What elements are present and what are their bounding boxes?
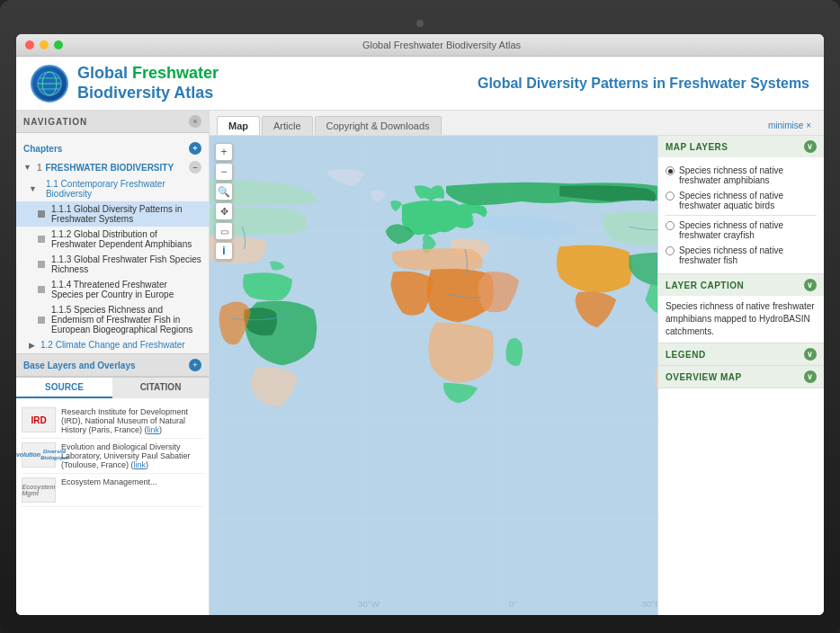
- logo-line1: Global Freshwater: [77, 64, 219, 84]
- layer-crayfish[interactable]: Species richness of native freshwater cr…: [666, 218, 817, 243]
- logo-icon: [31, 65, 68, 103]
- main-content: NAVIGATION × Chapters + ▼ 1 FRESHWATER B…: [16, 111, 824, 615]
- sidebar: NAVIGATION × Chapters + ▼ 1 FRESHWATER B…: [16, 111, 210, 615]
- map-area: Map Article Copyright & Downloads minimi…: [210, 111, 824, 615]
- tab-group: Map Article Copyright & Downloads: [217, 116, 442, 135]
- source-citation-tabs: SOURCE CITATION: [16, 377, 209, 398]
- legend-section: LEGEND ∨: [658, 343, 824, 366]
- svg-text:30°W: 30°W: [358, 600, 380, 610]
- divider-1: [666, 215, 817, 216]
- chapter-icon-1-1-4: [38, 286, 45, 293]
- app-container: Global Freshwater Biodiversity Atlas Glo…: [16, 57, 824, 615]
- map-layers-section: MAP LAYERS ∨ Species richness of native …: [658, 136, 824, 274]
- logo-area: Global Freshwater Biodiversity Atlas: [31, 64, 219, 103]
- source-tab[interactable]: SOURCE: [16, 378, 112, 398]
- chapter-icon-1-1-5: [38, 316, 45, 324]
- legend-expand-btn[interactable]: ∨: [804, 348, 817, 361]
- info-button[interactable]: i: [215, 242, 233, 260]
- chapter-item-1-1-2[interactable]: 1.1.2 Global Distribution of Freshwater …: [16, 227, 209, 252]
- chapter-item-1-1-3[interactable]: 1.1.3 Global Freshwater Fish Species Ric…: [16, 252, 209, 277]
- map-layers-expand-btn[interactable]: ∨: [804, 140, 817, 153]
- browser-title: Global Freshwater Biodiversity Atlas: [68, 40, 815, 50]
- chapter-label-1-1: 1.1 Contemporary Freshwater Biodiversity: [46, 179, 201, 199]
- map-tabs: Map Article Copyright & Downloads minimi…: [210, 111, 824, 136]
- source-logo-evolution: εEvolutionDiversité Biologique: [22, 442, 56, 468]
- tab-copyright[interactable]: Copyright & Downloads: [315, 116, 442, 135]
- chapter-item-1-2[interactable]: ▶ 1.2 Climate Change and Freshwater: [16, 337, 209, 350]
- overview-map-expand-btn[interactable]: ∨: [804, 370, 817, 383]
- citation-tab[interactable]: CITATION: [112, 378, 209, 398]
- chapter-label-1-1-5: 1.1.5 Species Richness and Endemism of F…: [51, 305, 201, 334]
- sidebar-nav-header: NAVIGATION ×: [16, 111, 209, 133]
- overview-map-section: OVERVIEW MAP ∨: [658, 366, 824, 388]
- chapter-item-1-1[interactable]: ▼ 1.1 Contemporary Freshwater Biodiversi…: [16, 176, 209, 201]
- chapter-label-1-1-4: 1.1.4 Threatened Freshwater Species per …: [51, 280, 201, 299]
- layer-caption-text: Species richness of native freshwater am…: [658, 296, 824, 343]
- svg-text:0°: 0°: [509, 600, 517, 610]
- source-link-ird[interactable]: link: [147, 425, 160, 434]
- source-content: IRD Research Institute for Development (…: [16, 398, 209, 615]
- legend-header: LEGEND ∨: [658, 343, 824, 365]
- minimize-button[interactable]: [40, 40, 49, 49]
- source-logo-ird: IRD: [22, 407, 56, 432]
- minimise-button[interactable]: minimise ×: [763, 119, 817, 132]
- select-button[interactable]: ▭: [215, 222, 233, 240]
- base-layers-header: Base Layers and Overlays +: [16, 353, 209, 377]
- chapter-item-1[interactable]: ▼ 1 FRESHWATER BIODIVERSITY –: [16, 158, 209, 176]
- tree-arrow-1-2: ▶: [29, 341, 35, 350]
- monitor-top: [16, 16, 824, 31]
- expand-icon-1[interactable]: –: [189, 161, 201, 174]
- map-layers-content: Species richness of native freshwater am…: [658, 157, 824, 273]
- layer-birds-label: Species richness of native freshwater aq…: [679, 191, 817, 210]
- layer-caption-header: LAYER CAPTION ∨: [658, 274, 824, 296]
- right-panel: MAP LAYERS ∨ Species richness of native …: [657, 136, 824, 615]
- search-button[interactable]: 🔍: [215, 183, 233, 201]
- sidebar-scroll[interactable]: Chapters + ▼ 1 FRESHWATER BIODIVERSITY –: [16, 133, 209, 350]
- app-header: Global Freshwater Biodiversity Atlas Glo…: [16, 57, 824, 111]
- source-link-evolution[interactable]: link: [134, 460, 147, 469]
- monitor-camera: [416, 20, 424, 27]
- zoom-out-button[interactable]: −: [215, 163, 233, 181]
- close-button[interactable]: [25, 40, 34, 49]
- source-logo-eco: Ecosystem Mgmt: [22, 477, 56, 503]
- chapter-label-1-2: 1.2 Climate Change and Freshwater: [40, 340, 185, 350]
- layer-amphibians[interactable]: Species richness of native freshwater am…: [666, 163, 817, 188]
- source-item-evolution: εEvolutionDiversité Biologique Evolution…: [22, 439, 203, 474]
- monitor-frame: Global Freshwater Biodiversity Atlas: [0, 0, 840, 633]
- world-map[interactable]: 0° 30°W 30°E 30°N 60°N 0° 30°S: [210, 136, 657, 615]
- source-text-ird: Research Institute for Development (IRD)…: [61, 407, 203, 434]
- chapter-label-1-1-2: 1.1.2 Global Distribution of Freshwater …: [51, 229, 201, 249]
- chapter-item-1-1-5[interactable]: 1.1.5 Species Richness and Endemism of F…: [16, 302, 209, 337]
- chapter-item-1-1-1[interactable]: 1.1.1 Global Diversity Patterns in Fresh…: [16, 201, 209, 227]
- overview-map-header: OVERVIEW MAP ∨: [658, 366, 824, 388]
- layer-birds[interactable]: Species richness of native freshwater aq…: [666, 188, 817, 213]
- browser-chrome: Global Freshwater Biodiversity Atlas: [16, 34, 824, 57]
- logo-line2: Biodiversity Atlas: [77, 84, 219, 103]
- radio-crayfish[interactable]: [666, 221, 675, 230]
- zoom-in-button[interactable]: +: [215, 143, 233, 161]
- radio-birds[interactable]: [666, 192, 675, 201]
- base-layers-expand-btn[interactable]: +: [189, 359, 201, 371]
- radio-fish[interactable]: [666, 246, 675, 255]
- navigation-label: NAVIGATION: [23, 117, 87, 127]
- navigation-close-button[interactable]: ×: [189, 115, 201, 128]
- map-controls: + − 🔍 ✥ ▭ i: [215, 143, 233, 260]
- tab-article[interactable]: Article: [262, 116, 313, 135]
- radio-amphibians[interactable]: [666, 166, 675, 175]
- fullscreen-button[interactable]: [54, 40, 63, 49]
- map-viewport[interactable]: + − 🔍 ✥ ▭ i: [210, 136, 824, 615]
- browser-window: Global Freshwater Biodiversity Atlas: [16, 34, 824, 615]
- layer-amphibians-label: Species richness of native freshwater am…: [679, 165, 817, 185]
- tree-arrow-1-1: ▼: [29, 184, 37, 193]
- chapter-icon-1-1-3: [38, 261, 45, 268]
- tree-arrow-1: ▼: [23, 163, 31, 172]
- svg-text:30°E: 30°E: [641, 600, 657, 610]
- chapters-expand-btn[interactable]: +: [189, 142, 201, 155]
- layer-fish[interactable]: Species richness of native freshwater fi…: [666, 243, 817, 268]
- legend-label: LEGEND: [666, 350, 706, 360]
- tab-map[interactable]: Map: [217, 116, 260, 135]
- base-layers-label: Base Layers and Overlays: [23, 361, 136, 370]
- layer-caption-expand-btn[interactable]: ∨: [804, 279, 817, 291]
- pan-button[interactable]: ✥: [215, 202, 233, 220]
- chapter-item-1-1-4[interactable]: 1.1.4 Threatened Freshwater Species per …: [16, 277, 209, 302]
